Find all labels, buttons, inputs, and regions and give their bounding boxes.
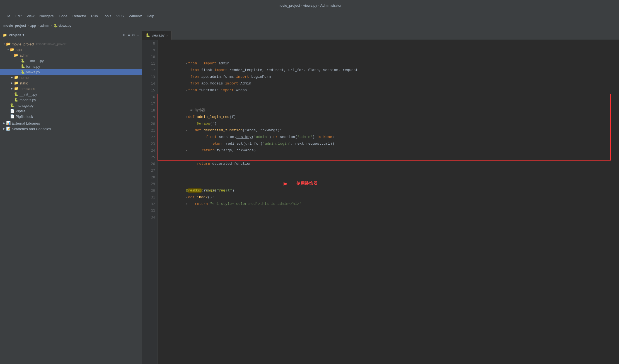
expand-arrow-admin[interactable]: ▾ bbox=[10, 54, 14, 57]
tab-views-py[interactable]: 🐍 views.py ✕ bbox=[142, 31, 172, 40]
code-line-25: return decorated_function bbox=[160, 154, 619, 161]
tree-label-pipfile-lock: Pipfile.lock bbox=[16, 115, 33, 119]
code-line-28: @@admin.route("/test") bbox=[160, 174, 619, 181]
tree-label-admin: admin bbox=[20, 53, 29, 57]
tree-item-pipfile-lock[interactable]: 📄 Pipfile.lock bbox=[0, 114, 142, 119]
code-editor: 8 9 10 11 12 13 14 15 16 17 18 19 20 21 … bbox=[142, 40, 619, 364]
menu-navigate[interactable]: Navigate bbox=[37, 13, 56, 19]
python-file-icon-init: 🐍 bbox=[21, 59, 25, 63]
tab-python-icon: 🐍 bbox=[146, 33, 150, 38]
folder-open-icon-app: 📂 bbox=[10, 47, 14, 52]
tree-label-pipfile: Pipfile bbox=[16, 109, 25, 113]
file-icon-pipfile-lock: 📄 bbox=[10, 114, 14, 119]
code-line-20: ▾def decorated_function(*args, **kwargs)… bbox=[160, 120, 619, 127]
line-num-23: 23 bbox=[142, 140, 157, 147]
python-file-icon-forms: 🐍 bbox=[21, 64, 25, 69]
sidebar: 📁 Project ▾ ⊕ ≡ ⚙ — ▾ 📂 movie_project D:… bbox=[0, 30, 142, 364]
tab-close-views-py[interactable]: ✕ bbox=[166, 34, 168, 37]
line-num-34: 34 bbox=[142, 214, 157, 221]
tree-item-static[interactable]: ▶ 📁 static bbox=[0, 80, 142, 86]
chevron-down-icon[interactable]: ▾ bbox=[23, 33, 24, 37]
line-num-26: 26 bbox=[142, 161, 157, 167]
code-line-18: ▾def admin_login_req(f): bbox=[160, 107, 619, 114]
menu-window[interactable]: Window bbox=[127, 13, 144, 19]
tree-label-manage-py: manage.py bbox=[16, 103, 33, 108]
tree-item-movie-project[interactable]: ▾ 📂 movie_project D:\code\movie_project bbox=[0, 41, 142, 47]
expand-arrow-external[interactable]: ▶ bbox=[2, 122, 6, 125]
tree-item-forms-py[interactable]: 🐍 forms.py bbox=[0, 64, 142, 69]
folder-icon-home: 📁 bbox=[14, 75, 18, 80]
code-content[interactable]: ▾from . import admin from flask import r… bbox=[158, 40, 619, 221]
expand-arrow-app[interactable]: ▾ bbox=[6, 48, 10, 51]
menu-vcs[interactable]: VCS bbox=[114, 13, 126, 19]
tree-item-manage-py[interactable]: 🐍 manage.py bbox=[0, 103, 142, 108]
tree-item-templates[interactable]: ▶ 📁 templates bbox=[0, 86, 142, 91]
folder-icon-templates: 📁 bbox=[14, 86, 18, 91]
title-bar: movie_project - views.py - Administrator bbox=[0, 0, 619, 11]
menu-file[interactable]: File bbox=[2, 13, 13, 19]
line-num-14: 14 bbox=[142, 80, 157, 87]
menu-code[interactable]: Code bbox=[57, 13, 70, 19]
tree-item-external-libs[interactable]: ▶ 📊 External Libraries bbox=[0, 120, 142, 126]
line-num-28: 28 bbox=[142, 174, 157, 181]
title-bar-text: movie_project - views.py - Administrator bbox=[277, 3, 342, 8]
breadcrumb-app[interactable]: app bbox=[30, 24, 36, 28]
main-layout: 📁 Project ▾ ⊕ ≡ ⚙ — ▾ 📂 movie_project D:… bbox=[0, 30, 619, 364]
expand-arrow-templates[interactable]: ▶ bbox=[10, 87, 14, 90]
tree-label-models-py: models.py bbox=[20, 98, 36, 102]
line-num-16: 16 bbox=[142, 94, 157, 100]
tree-item-admin[interactable]: ▾ 📂 admin bbox=[0, 52, 142, 58]
line-num-8: 8 bbox=[142, 40, 157, 47]
tree-label-scratches: Scratches and Consoles bbox=[12, 127, 51, 131]
tree-label-external-libs: External Libraries bbox=[12, 121, 40, 125]
tree-label-movie-project: movie_project bbox=[12, 42, 34, 46]
menu-refactor[interactable]: Refactor bbox=[70, 13, 88, 19]
expand-arrow-static[interactable]: ▶ bbox=[10, 81, 14, 85]
breadcrumb-admin[interactable]: admin bbox=[40, 24, 49, 28]
close-sidebar-icon[interactable]: — bbox=[137, 33, 139, 37]
code-line-24 bbox=[160, 147, 619, 154]
expand-arrow-home[interactable]: ▶ bbox=[10, 76, 14, 79]
code-line-15 bbox=[160, 87, 619, 94]
tree-item-views-py[interactable]: 🐍 views.py bbox=[0, 69, 142, 75]
menu-run[interactable]: Run bbox=[89, 13, 100, 19]
project-folder-icon: 📁 bbox=[3, 33, 7, 37]
menu-help[interactable]: Help bbox=[144, 13, 156, 19]
file-icon-pipfile: 📄 bbox=[10, 109, 14, 113]
tree-label-app-init-py: __init__.py bbox=[20, 92, 37, 96]
line-num-10: 10 bbox=[142, 54, 157, 60]
code-line-13: from app.models import Admin bbox=[160, 74, 619, 80]
python-file-icon-manage: 🐍 bbox=[10, 103, 14, 108]
editor-wrapper[interactable]: ▾from . import admin from flask import r… bbox=[158, 40, 619, 364]
line-num-33: 33 bbox=[142, 207, 157, 214]
breadcrumb-project[interactable]: movie_project bbox=[3, 24, 26, 28]
menu-tools[interactable]: Tools bbox=[101, 13, 113, 19]
breadcrumb-views[interactable]: 🐍views.py bbox=[54, 24, 71, 28]
code-line-33 bbox=[160, 207, 619, 214]
tree-item-scratches[interactable]: ▶ 📝 Scratches and Consoles bbox=[0, 126, 142, 132]
annotation-arrow bbox=[238, 181, 294, 187]
code-line-19: @wraps(f) bbox=[160, 114, 619, 120]
collapse-icon[interactable]: ≡ bbox=[128, 33, 130, 37]
menu-view[interactable]: View bbox=[24, 13, 37, 19]
tree-label-views-py: views.py bbox=[26, 70, 40, 74]
tree-item-pipfile[interactable]: 📄 Pipfile bbox=[0, 108, 142, 114]
menu-bar: File Edit View Navigate Code Refactor Ru… bbox=[0, 11, 619, 21]
expand-arrow-movie-project[interactable]: ▾ bbox=[2, 42, 6, 46]
line-numbers: 8 9 10 11 12 13 14 15 16 17 18 19 20 21 … bbox=[142, 40, 158, 364]
code-line-17: # 装饰器 bbox=[160, 100, 619, 107]
expand-arrow-scratches[interactable]: ▶ bbox=[2, 127, 6, 130]
settings-icon[interactable]: ⚙ bbox=[132, 33, 134, 37]
tree-label-templates: templates bbox=[20, 87, 35, 91]
menu-edit[interactable]: Edit bbox=[13, 13, 24, 19]
tree-item-models-py[interactable]: 🐍 models.py bbox=[0, 97, 142, 103]
line-num-18: 18 bbox=[142, 107, 157, 114]
locate-icon[interactable]: ⊕ bbox=[123, 33, 125, 37]
code-line-22: return redirect(url_for('admin.login', n… bbox=[160, 134, 619, 140]
tree-item-app-init-py[interactable]: 🐍 __init__.py bbox=[0, 91, 142, 97]
tree-item-app[interactable]: ▾ 📂 app bbox=[0, 47, 142, 52]
scratches-icon: 📝 bbox=[6, 127, 11, 131]
tree-label-static: static bbox=[20, 81, 28, 85]
tree-item-home[interactable]: ▶ 📁 home bbox=[0, 75, 142, 80]
tree-item-init-py[interactable]: 🐍 __init__.py bbox=[0, 58, 142, 64]
